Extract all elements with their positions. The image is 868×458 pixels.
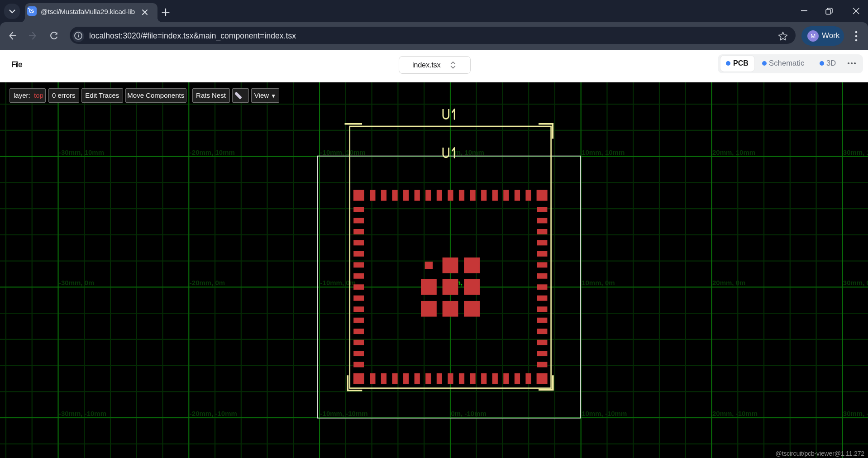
- svg-text:-30mm, 0m: -30mm, 0m: [59, 279, 94, 286]
- svg-text:-20mm, 10mm: -20mm, 10mm: [190, 148, 235, 156]
- svg-text:20mm, -10mm: 20mm, -10mm: [712, 410, 758, 417]
- svg-text:-30mm, 10mm: -30mm, 10mm: [59, 148, 104, 156]
- svg-text:-10mm, 0m: -10mm, 0m: [320, 279, 356, 286]
- svg-text:-10mm, 10mm: -10mm, 10mm: [320, 148, 366, 156]
- svg-text:20mm, 0m: 20mm, 0m: [712, 279, 745, 286]
- svg-text:30mm, 0m: 30mm, 0m: [843, 279, 868, 286]
- svg-text:-30mm, -10mm: -30mm, -10mm: [59, 410, 106, 417]
- svg-text:-20mm, 0m: -20mm, 0m: [190, 279, 225, 286]
- svg-text:10mm, 0m: 10mm, 0m: [582, 279, 615, 286]
- svg-text:0m, 10mm: 0m, 10mm: [451, 148, 484, 156]
- svg-text:-20mm, -10mm: -20mm, -10mm: [190, 410, 237, 417]
- svg-text:30mm, 10mm: 30mm, 10mm: [843, 148, 868, 156]
- svg-text:10mm, -10mm: 10mm, -10mm: [582, 410, 627, 417]
- svg-text:20mm, 10mm: 20mm, 10mm: [712, 148, 755, 156]
- svg-text:0m, -10mm: 0m, -10mm: [451, 410, 486, 417]
- svg-text:10mm, 10mm: 10mm, 10mm: [582, 148, 625, 156]
- svg-text:-10mm, -10mm: -10mm, -10mm: [320, 410, 368, 417]
- svg-text:30mm, -10mm: 30mm, -10mm: [843, 410, 868, 417]
